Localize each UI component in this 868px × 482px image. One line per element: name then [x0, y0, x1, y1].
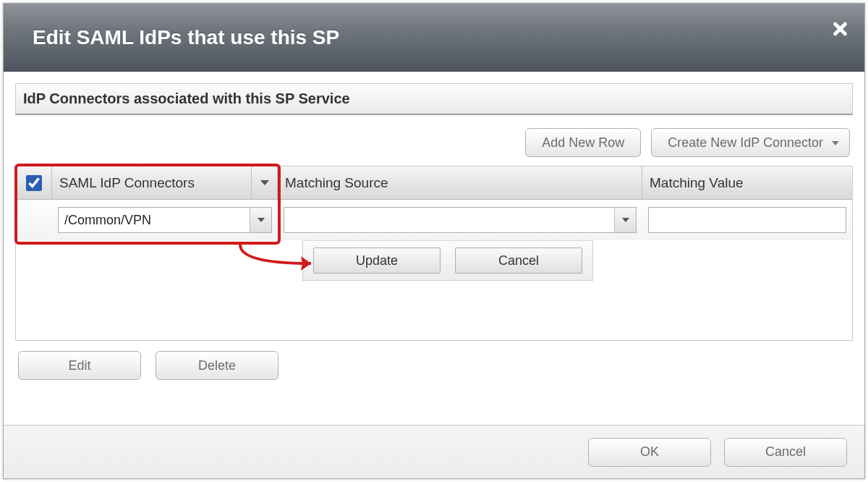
- column-header-value[interactable]: Matching Value: [642, 166, 852, 199]
- edit-button[interactable]: Edit: [18, 351, 141, 380]
- row-checkbox-cell: [16, 200, 52, 240]
- update-button[interactable]: Update: [313, 248, 441, 274]
- column-header-source[interactable]: Matching Source: [278, 166, 642, 199]
- section-heading: IdP Connectors associated with this SP S…: [15, 83, 853, 115]
- column-header-connectors-label: SAML IdP Connectors: [59, 175, 195, 191]
- sort-connectors-icon[interactable]: [251, 166, 277, 199]
- row-actions-panel: Update Cancel: [302, 240, 593, 281]
- delete-button[interactable]: Delete: [156, 351, 278, 380]
- cancel-button[interactable]: Cancel: [724, 438, 847, 467]
- connectors-table: SAML IdP Connectors Matching Source Matc…: [15, 166, 853, 341]
- dialog-footer: OK Cancel: [4, 425, 864, 478]
- header-checkbox-cell: [16, 166, 52, 199]
- dialog: Edit SAML IdPs that use this SP IdP Conn…: [3, 3, 865, 479]
- idp-connector-input[interactable]: [59, 208, 250, 232]
- matching-value-input[interactable]: [648, 207, 846, 233]
- chevron-down-icon[interactable]: [614, 208, 636, 232]
- row-connector-cell: [52, 200, 278, 240]
- row-cancel-button[interactable]: Cancel: [455, 248, 582, 274]
- row-source-cell: [278, 200, 642, 240]
- create-idp-connector-button[interactable]: Create New IdP Connector: [651, 128, 850, 157]
- add-new-row-button[interactable]: Add New Row: [525, 128, 641, 157]
- table-header-row: SAML IdP Connectors Matching Source Matc…: [16, 166, 852, 200]
- matching-source-select[interactable]: [284, 207, 637, 233]
- dialog-body: IdP Connectors associated with this SP S…: [4, 72, 864, 425]
- dialog-title: Edit SAML IdPs that use this SP: [33, 26, 339, 49]
- row-value-cell: [642, 200, 852, 240]
- close-icon[interactable]: [830, 20, 848, 38]
- action-bar: Add New Row Create New IdP Connector: [15, 128, 853, 157]
- idp-connector-select[interactable]: [58, 207, 272, 233]
- select-all-checkbox[interactable]: [26, 175, 42, 191]
- ok-button[interactable]: OK: [588, 438, 711, 467]
- bottom-actions: Edit Delete: [15, 351, 853, 380]
- table-row: [16, 200, 852, 240]
- matching-source-input[interactable]: [284, 208, 614, 232]
- titlebar: Edit SAML IdPs that use this SP: [4, 4, 864, 72]
- chevron-down-icon[interactable]: [250, 208, 271, 232]
- column-header-connectors[interactable]: SAML IdP Connectors: [52, 166, 278, 199]
